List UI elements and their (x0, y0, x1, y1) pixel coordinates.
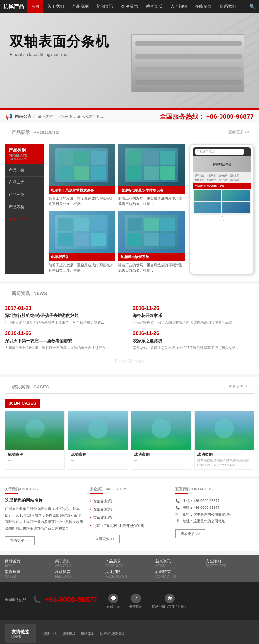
contact-address: 📍 地址：这里是您的公司地址 (175, 518, 254, 525)
footer-nav-home[interactable]: 网站首页 HOME (5, 559, 53, 568)
about-us-title: 关于我们ABOUT US (5, 486, 84, 492)
news-item-2: 2016-11-26 海空花开农家乐 一提起呼图壁，就让人想到其境内闻名遐迩的深… (133, 305, 254, 326)
safety-item-2: 农家跑标题 (90, 506, 169, 514)
footer-dark: 全国服务热线： 📞 +86-0000-96877 💬 在线咨询 ↗ 分享网站 🗺… (0, 582, 259, 620)
notice-bar: 📢 网站公告： 诚信为本：市场在变，诚信永远不变... 全国服务热线： +86-… (0, 110, 259, 123)
nav-message[interactable]: 在线留言 (191, 0, 216, 13)
news-col-left: 2017-01-23 深圳旅行社给绝6条带孩子去旅游的好处 让小朋友们能激动不已… (5, 305, 126, 355)
nav-honor[interactable]: 荣誉资质 (142, 0, 166, 13)
friends-links: 织梦主机 织梦模板 建站素材 响应式织梦模板 (42, 631, 125, 636)
sidebar-cat-1[interactable]: 产品一类 (5, 164, 44, 177)
footer-nav-news[interactable]: 新闻资讯 NEWS (155, 559, 204, 568)
case-desc-2: — (71, 458, 125, 462)
about-view-more-btn[interactable]: 查看更多 >> (5, 536, 35, 545)
sidebar-cat-2[interactable]: 产品二类 (5, 177, 44, 189)
banner-red-bar (0, 108, 259, 110)
products-view-more[interactable]: 查看更多 >> (228, 129, 249, 135)
news-title: 新闻资讯 NEWS (10, 290, 47, 297)
sidebar-title: 产品类别 PRODUCTS CATEGORY (5, 144, 44, 164)
case-title-3: 成功案例 (134, 452, 188, 457)
case-img-4 (195, 411, 254, 450)
product-card-3[interactable]: 电渗析设备 随着工业的发展，重金属造成的环境污染危害日益凸显。根据... (49, 211, 115, 274)
sidebar-more[interactable]: 更多分类 >> (5, 213, 44, 225)
tel-icon: 📞 (175, 506, 180, 510)
news-title-3[interactable]: 深圳天下第一农庄——勇敢者的游戏 (5, 338, 126, 344)
nav-cases[interactable]: 案例展示 (117, 0, 142, 13)
phone-nav-recruit: 人才招聘 (217, 178, 228, 182)
safety-item-1: 农家跑标题 (90, 497, 169, 506)
phone-products (193, 189, 251, 215)
product-desc-1: 随着工业的发展，重金属造成的环境污染危害日益凸显。根据... (49, 194, 115, 208)
search-icon[interactable]: 🔍 (249, 4, 256, 10)
notice-label: 网站公告： (15, 114, 36, 119)
friends-link-2[interactable]: 织梦模板 (62, 631, 76, 636)
social-online-consult[interactable]: 💬 在线咨询 (107, 594, 120, 609)
social-share[interactable]: ↗ 分享网站 (130, 594, 142, 609)
nav-news[interactable]: 新闻资讯 (93, 0, 117, 13)
map-icon: 🗺 (165, 594, 175, 603)
footer-nav-safety[interactable]: 安全须知 SAFETY TIPS (206, 559, 254, 568)
contact-view-more-btn[interactable]: 查看更多 >> (175, 529, 205, 538)
phone-preview: 手机通用模板 ☰ 双轴表面分条机 关于我们 产品展示 新闻资讯 案例展示 荣誉资… (189, 144, 254, 274)
product-label-2: 电渗析电镀废水零排放设备 (118, 186, 185, 194)
news-col-right: 2016-11-26 海空花开农家乐 一提起呼图壁，就让人想到其境内闻名遐迩的深… (133, 305, 254, 355)
news-header: 新闻资讯 NEWS (5, 284, 254, 300)
phone-prod-2 (222, 190, 250, 201)
sidebar-cat-3[interactable]: 产品三类 (5, 189, 44, 201)
case-desc-3: — (134, 458, 188, 462)
friends-link-3[interactable]: 建站素材 (81, 631, 95, 636)
footer-nav-products[interactable]: 产品展示 PRODUCTS (105, 559, 154, 568)
safety-item-3: 农家跑标题 (90, 514, 169, 522)
news-title-1[interactable]: 深圳旅行社给绝6条带孩子去旅游的好处 (5, 313, 126, 319)
product-card-2[interactable]: 电渗析电镀废水零排放设备 随着工业的发展，重金属造成的环境污染危害日益凸显。根据… (118, 144, 185, 208)
footer-nav-contact[interactable]: 在线留言 CONTACT US (155, 569, 204, 578)
case-title-2: 成功案例 (71, 452, 125, 457)
phone-nav: 关于我们 产品展示 新闻资讯 案例展示 荣誉资质 在线留言 人才招聘 联系我们 (193, 172, 251, 183)
nav-products[interactable]: 产品展示 (68, 0, 93, 13)
footer-nav-about[interactable]: 关于我们 ABOUT US (55, 559, 104, 568)
safety-view-more-btn[interactable]: 查看更多 >> (90, 535, 120, 543)
product-label-4: 均相膜电渗析系统 (118, 253, 185, 261)
phone-nav-cases: 案例展示 (229, 174, 240, 178)
friends-link-1[interactable]: 织梦主机 (42, 631, 57, 636)
friends-link-4[interactable]: 响应式织梦模板 (100, 631, 125, 636)
product-card-1[interactable]: 电渗析印染废水零排放设备 随着工业的发展，重金属造成的环境污染危害日益凸显。根据… (49, 144, 115, 208)
case-title-1: 成功案例 (8, 452, 62, 457)
product-card-4[interactable]: 均相膜电渗析系统 随着工业的发展，重金属造成的环境污染危害日益凸显。根据... (118, 211, 185, 274)
product-label-3: 电渗析设备 (49, 253, 115, 261)
case-card-3[interactable]: 成功案例 — (131, 411, 191, 470)
footer-nav-feedback[interactable]: 在线留言 FEEDBACK (55, 569, 104, 578)
phone-menu-icon: ☰ (245, 150, 248, 154)
cases-count: 36184 CASES (5, 399, 40, 408)
products-inner: 产品类别 PRODUCTS CATEGORY 产品一类 产品二类 产品三类 产品… (5, 144, 254, 274)
sidebar-cat-4[interactable]: 产品四类 (5, 201, 44, 213)
social-map[interactable]: 🗺 网站地图（百度 / 谷歌） (152, 594, 187, 609)
news-date-1: 2017-01-23 (5, 305, 126, 311)
case-card-4[interactable]: 成功案例 汽车防盗报警器是伴随汽车业的崛起而诞生的，为了应付汽车被... (194, 411, 254, 470)
machine-body (131, 34, 244, 92)
cases-view-more[interactable]: 查看更多 >> (228, 384, 249, 389)
cases-section: 成功案例 CASES 查看更多 >> 36184 CASES 成功案例 — 成功… (0, 377, 259, 476)
case-card-1[interactable]: 成功案例 — (5, 411, 65, 470)
hotline-label-footer: 全国服务热线： (5, 597, 30, 602)
news-title-4[interactable]: 农家乐之趣路线 (133, 338, 254, 344)
footer-nav-recruit[interactable]: 人才招聘 RECRUITMENT (105, 569, 154, 578)
banner-text: 双轴表面分条机 Biaxial surface slitting machine (10, 32, 109, 57)
nav-recruit[interactable]: 人才招聘 (166, 0, 191, 13)
nav-about[interactable]: 关于我们 (43, 0, 68, 13)
news-item-4: 2016-11-26 农家乐之趣路线 南头总站：从南头总站出发,乘坐223路绿色… (133, 331, 254, 351)
news-title-2[interactable]: 海空花开农家乐 (133, 313, 254, 319)
phone-prod-3 (194, 202, 221, 213)
case-card-2[interactable]: 成功案例 — (68, 411, 128, 470)
banner-title-en: Biaxial surface slitting machine (10, 52, 109, 57)
about-section: 关于我们ABOUT US 这里是您的网站名称 四川省茶业集团股份有限公司（以下简… (0, 479, 259, 551)
contact-info: 📞 手机：+86-0000-96877 📞 电话：+86-0000-96877 … (175, 497, 254, 525)
case-info-4: 成功案例 汽车防盗报警器是伴随汽车业的崛起而诞生的，为了应付汽车被... (195, 450, 254, 469)
nav-contact[interactable]: 联系我们 (216, 0, 240, 13)
footer-nav-cases[interactable]: 案例展示 CASES (5, 569, 53, 578)
product-label-1: 电渗析印染废水零排放设备 (49, 186, 115, 194)
news-date-3: 2016-11-26 (5, 331, 126, 336)
news-excerpt-1: 让小朋友们能激动不已的暑假马上要来了，对于孩子每天背着... (5, 320, 126, 326)
case-landscape-3 (131, 411, 191, 450)
nav-home[interactable]: 首页 (27, 0, 43, 13)
